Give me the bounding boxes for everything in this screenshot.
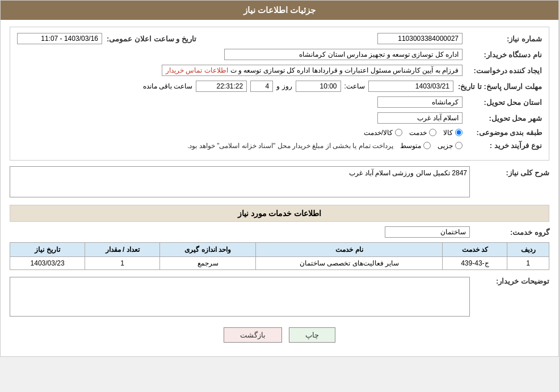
city-label: شهر محل تحویل: (463, 114, 542, 123)
purchase-motvaset-label: متوسط (400, 142, 421, 150)
page-title: جزئیات اطلاعات نیاز (1, 1, 558, 20)
category-kala-khedmat-option[interactable]: کالا/خدمت (364, 129, 402, 137)
deadline-time: 10:00 (296, 81, 341, 92)
back-button[interactable]: بازگشت (224, 327, 282, 343)
purchase-jozi-radio[interactable] (455, 142, 463, 149)
category-kala-khedmat-radio[interactable] (395, 129, 402, 136)
creator-link[interactable]: اطلاعات تماس خریدار (166, 66, 228, 74)
purchase-jozi-option[interactable]: جزیی (438, 142, 463, 150)
purchase-note: پرداخت تمام یا بخشی از مبلغ خریدار محل "… (187, 142, 393, 150)
cell-count: 1 (85, 257, 160, 270)
purchase-type-label: نوع فرآیند خرید : (463, 141, 542, 150)
purchase-motvaset-option[interactable]: متوسط (400, 142, 431, 150)
cell-date: 1403/03/23 (10, 257, 85, 270)
deadline-remaining: 22:31:22 (196, 81, 247, 92)
buyer-desc-textarea[interactable] (10, 277, 470, 317)
description-label: شرح کلی نیاز: (470, 168, 549, 177)
cell-name: سایر فعالیت‌های تخصصی ساختمان (256, 257, 443, 270)
col-name: نام خدمت (256, 243, 443, 257)
services-table-container: ردیف کد خدمت نام خدمت واحد اندازه گیری ت… (10, 242, 549, 270)
category-label: طبقه بندی موضوعی: (463, 128, 542, 137)
services-table: ردیف کد خدمت نام خدمت واحد اندازه گیری ت… (10, 242, 549, 270)
table-row: 1 ج-43-439 سایر فعالیت‌های تخصصی ساختمان… (10, 257, 549, 270)
shomara-niaz-label: شماره نیاز: (463, 35, 542, 43)
province-label: استان محل تحویل: (463, 98, 542, 107)
group-value: ساختمان (385, 226, 470, 238)
category-khedmat-label: خدمت (409, 129, 427, 137)
deadline-date: 1403/03/21 (368, 81, 453, 92)
category-kala-option[interactable]: کالا (443, 129, 463, 137)
announcement-value: 1403/03/16 - 11:07 (17, 33, 102, 44)
deadline-remaining-label: ساعت باقی مانده (143, 82, 193, 90)
category-khedmat-radio[interactable] (429, 129, 436, 136)
deadline-days: 4 (250, 81, 273, 92)
col-unit: واحد اندازه گیری (160, 243, 256, 257)
cell-radif: 1 (507, 257, 549, 270)
creator-value: فرزام به آیین کارشناس مسئول اعتبارات و ق… (230, 66, 459, 74)
deadline-label: مهلت ارسال پاسخ: تا تاریخ: (453, 82, 542, 91)
category-kala-khedmat-label: کالا/خدمت (364, 129, 393, 137)
announcement-label: تاریخ و ساعت اعلان عمومی: (102, 35, 196, 43)
name-dasgah-value: اداره کل توسازی توسعه و تجهیز مدارس استا… (224, 49, 463, 60)
button-row: چاپ بازگشت (10, 327, 549, 343)
deadline-days-label: روز و (276, 82, 292, 90)
services-section-title: اطلاعات خدمات مورد نیاز (10, 205, 549, 222)
buyer-desc-label: توضیحات خریدار: (470, 277, 549, 285)
purchase-jozi-label: جزیی (438, 142, 453, 150)
print-button[interactable]: چاپ (289, 327, 335, 343)
group-label: گروه خدمت: (470, 228, 549, 237)
creator-label: ایجاد کننده درخواست: (463, 66, 542, 75)
category-khedmat-option[interactable]: خدمت (409, 129, 436, 137)
col-date: تاریخ نیاز (10, 243, 85, 257)
city-value: اسلام آباد غرب (377, 112, 463, 124)
col-code: کد خدمت (443, 243, 507, 257)
cell-unit: سرجمع (160, 257, 256, 270)
purchase-type-radio-group: جزیی متوسط پرداخت تمام یا بخشی از مبلغ خ… (187, 142, 463, 150)
purchase-motvaset-radio[interactable] (423, 142, 431, 149)
col-count: تعداد / مقدار (85, 243, 160, 257)
province-value: کرمانشاه (377, 96, 463, 108)
col-radif: ردیف (507, 243, 549, 257)
category-kala-label: کالا (443, 129, 453, 137)
category-radio-group: کالا خدمت کالا/خدمت (364, 129, 463, 137)
deadline-time-label: ساعت: (344, 82, 365, 90)
name-dasgah-label: نام دستگاه خریدار: (463, 50, 542, 59)
cell-code: ج-43-439 (443, 257, 507, 270)
category-kala-radio[interactable] (455, 129, 463, 136)
shomara-niaz-value: 1103003384000027 (377, 33, 463, 44)
description-textarea[interactable] (10, 166, 470, 197)
creator-row: فرزام به آیین کارشناس مسئول اعتبارات و ق… (162, 65, 463, 76)
